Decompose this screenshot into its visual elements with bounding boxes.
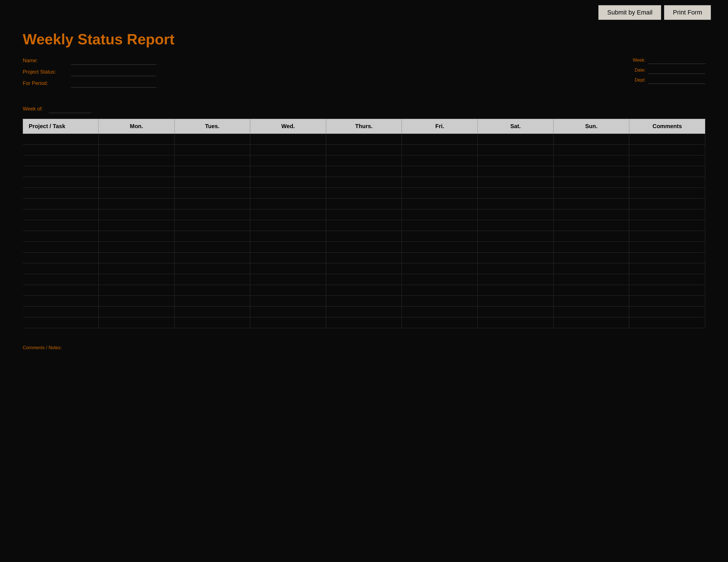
input-r13-c4[interactable] — [328, 275, 400, 284]
input-r6-c4[interactable] — [328, 199, 400, 209]
cell-r4-c8[interactable] — [629, 177, 705, 188]
cell-r9-c0[interactable] — [23, 231, 99, 242]
cell-r9-c5[interactable] — [402, 231, 478, 242]
cell-r9-c4[interactable] — [326, 231, 402, 242]
input-r4-c5[interactable] — [404, 178, 476, 187]
cell-r3-c3[interactable] — [250, 166, 326, 177]
input-r13-c7[interactable] — [555, 275, 628, 284]
input-r1-c7[interactable] — [555, 145, 628, 155]
dept-right-input[interactable] — [648, 76, 705, 84]
cell-r8-c1[interactable] — [99, 220, 175, 231]
input-r12-c0[interactable] — [25, 264, 97, 273]
cell-r14-c2[interactable] — [174, 285, 250, 296]
input-r3-c6[interactable] — [479, 167, 552, 176]
input-r4-c0[interactable] — [25, 178, 97, 187]
cell-r11-c3[interactable] — [250, 253, 326, 264]
cell-r13-c2[interactable] — [174, 274, 250, 285]
cell-r12-c3[interactable] — [250, 264, 326, 274]
cell-r8-c2[interactable] — [174, 220, 250, 231]
project-status-input[interactable] — [71, 68, 156, 76]
cell-r1-c1[interactable] — [99, 145, 175, 156]
cell-r12-c2[interactable] — [174, 264, 250, 274]
cell-r17-c5[interactable] — [402, 317, 478, 328]
cell-r3-c1[interactable] — [99, 166, 175, 177]
input-r8-c2[interactable] — [176, 221, 249, 230]
input-r17-c5[interactable] — [404, 318, 476, 327]
cell-r17-c2[interactable] — [174, 317, 250, 328]
input-r12-c2[interactable] — [176, 264, 249, 273]
input-r3-c3[interactable] — [252, 167, 324, 176]
cell-r6-c2[interactable] — [174, 199, 250, 210]
date-right-input[interactable] — [648, 66, 705, 74]
cell-r5-c2[interactable] — [174, 188, 250, 199]
cell-r11-c4[interactable] — [326, 253, 402, 264]
cell-r3-c4[interactable] — [326, 166, 402, 177]
input-r11-c7[interactable] — [555, 253, 628, 263]
input-r7-c1[interactable] — [100, 210, 173, 219]
input-r14-c7[interactable] — [555, 285, 628, 295]
input-r0-c8[interactable] — [631, 134, 703, 144]
input-r2-c1[interactable] — [100, 156, 173, 165]
cell-r10-c6[interactable] — [478, 242, 554, 253]
cell-r6-c4[interactable] — [326, 199, 402, 210]
cell-r5-c4[interactable] — [326, 188, 402, 199]
cell-r12-c5[interactable] — [402, 264, 478, 274]
cell-r7-c0[interactable] — [23, 210, 99, 220]
cell-r7-c7[interactable] — [553, 210, 629, 220]
input-r9-c4[interactable] — [328, 232, 400, 241]
cell-r13-c6[interactable] — [478, 274, 554, 285]
cell-r13-c7[interactable] — [553, 274, 629, 285]
input-r16-c7[interactable] — [555, 307, 628, 316]
print-form-button[interactable]: Print Form — [664, 5, 711, 20]
cell-r14-c7[interactable] — [553, 285, 629, 296]
cell-r17-c1[interactable] — [99, 317, 175, 328]
cell-r12-c7[interactable] — [553, 264, 629, 274]
input-r11-c0[interactable] — [25, 253, 97, 263]
cell-r10-c3[interactable] — [250, 242, 326, 253]
cell-r17-c8[interactable] — [629, 317, 705, 328]
cell-r15-c0[interactable] — [23, 296, 99, 306]
input-r2-c4[interactable] — [328, 156, 400, 165]
cell-r8-c5[interactable] — [402, 220, 478, 231]
input-r14-c2[interactable] — [176, 285, 249, 295]
cell-r6-c3[interactable] — [250, 199, 326, 210]
cell-r2-c2[interactable] — [174, 156, 250, 166]
input-r17-c0[interactable] — [25, 318, 97, 327]
input-r17-c1[interactable] — [100, 318, 173, 327]
cell-r16-c5[interactable] — [402, 306, 478, 317]
input-r8-c3[interactable] — [252, 221, 324, 230]
cell-r9-c2[interactable] — [174, 231, 250, 242]
input-r9-c1[interactable] — [100, 232, 173, 241]
input-r17-c2[interactable] — [176, 318, 249, 327]
cell-r13-c1[interactable] — [99, 274, 175, 285]
input-r11-c4[interactable] — [328, 253, 400, 263]
input-r3-c5[interactable] — [404, 167, 476, 176]
cell-r13-c3[interactable] — [250, 274, 326, 285]
input-r15-c6[interactable] — [479, 296, 552, 306]
cell-r9-c3[interactable] — [250, 231, 326, 242]
cell-r1-c4[interactable] — [326, 145, 402, 156]
input-r7-c2[interactable] — [176, 210, 249, 219]
input-r10-c1[interactable] — [100, 243, 173, 252]
input-r6-c3[interactable] — [252, 199, 324, 209]
input-r17-c7[interactable] — [555, 318, 628, 327]
cell-r9-c1[interactable] — [99, 231, 175, 242]
input-r5-c5[interactable] — [404, 188, 476, 198]
input-r16-c1[interactable] — [100, 307, 173, 316]
cell-r14-c0[interactable] — [23, 285, 99, 296]
input-r8-c6[interactable] — [479, 221, 552, 230]
input-r16-c0[interactable] — [25, 307, 97, 316]
input-r15-c8[interactable] — [631, 296, 703, 306]
input-r5-c1[interactable] — [100, 188, 173, 198]
input-r14-c3[interactable] — [252, 285, 324, 295]
cell-r7-c3[interactable] — [250, 210, 326, 220]
cell-r16-c7[interactable] — [553, 306, 629, 317]
input-r13-c3[interactable] — [252, 275, 324, 284]
cell-r1-c6[interactable] — [478, 145, 554, 156]
input-r1-c0[interactable] — [25, 145, 97, 155]
input-r12-c4[interactable] — [328, 264, 400, 273]
input-r13-c2[interactable] — [176, 275, 249, 284]
cell-r8-c8[interactable] — [629, 220, 705, 231]
input-r9-c0[interactable] — [25, 232, 97, 241]
cell-r4-c0[interactable] — [23, 177, 99, 188]
